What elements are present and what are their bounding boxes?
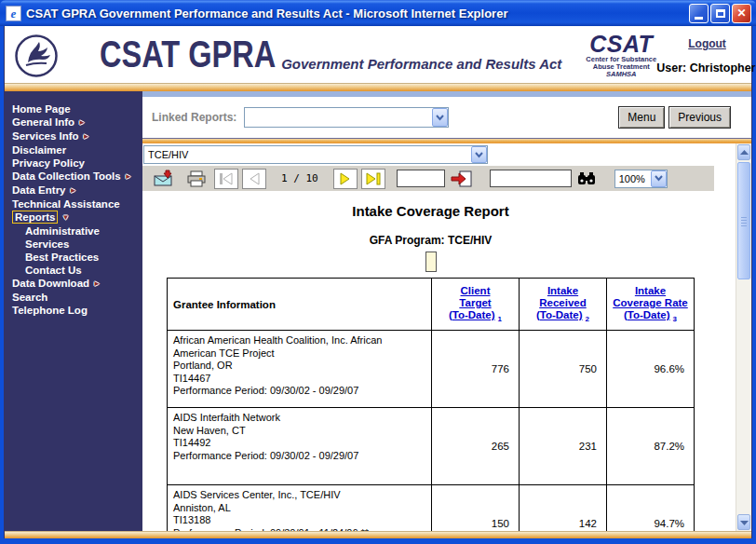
sidebar-item-contact-us[interactable]: Contact Us xyxy=(5,264,142,277)
brand-tagline: Government Performance and Results Act xyxy=(281,56,561,72)
maximize-icon xyxy=(716,9,725,18)
client-target-value: 265 xyxy=(432,408,520,485)
grantee-info-cell: African American Health Coalition, Inc. … xyxy=(168,331,432,408)
goto-page-input[interactable] xyxy=(397,170,445,187)
csat-logo: CSAT Center for Substance Abuse Treatmen… xyxy=(586,32,656,78)
session-info: Logout User: Christopher Shumway xyxy=(656,34,756,75)
vertical-scrollbar[interactable] xyxy=(736,143,751,531)
scrollbar-track[interactable] xyxy=(736,161,751,513)
table-header-row: Grantee Information Client Target (To-Da… xyxy=(168,279,695,331)
internet-explorer-icon: e xyxy=(6,6,21,21)
grantee-info-cell: AIDS Services Center, Inc., TCE/HIV Anni… xyxy=(168,485,432,532)
sidebar-item-privacy-policy[interactable]: Privacy Policy xyxy=(5,156,142,170)
brand-title: CSAT GPRA xyxy=(100,33,276,76)
browser-window: e CSAT GPRA Government Performance and R… xyxy=(0,0,756,544)
export-icon[interactable] xyxy=(154,170,175,187)
print-icon[interactable] xyxy=(186,170,207,187)
logout-link[interactable]: Logout xyxy=(688,37,726,50)
column-header-client-target[interactable]: Client Target (To-Date)1 xyxy=(432,279,520,331)
intake-received-value: 750 xyxy=(520,331,607,408)
report-page: Intake Coverage Report GFA Program: TCE/… xyxy=(167,203,695,531)
chevron-down-icon: ▼ xyxy=(61,213,69,222)
client-target-value: 150 xyxy=(432,485,520,532)
table-row: African American Health Coalition, Inc. … xyxy=(168,331,695,408)
sidebar-item-data-entry[interactable]: Data Entry► xyxy=(5,184,142,197)
hhs-eagle-logo xyxy=(14,34,59,78)
first-page-icon xyxy=(219,172,234,185)
sidebar-item-technical-assistance[interactable]: Technical Assistance xyxy=(5,197,142,211)
scrollbar-thumb[interactable] xyxy=(737,162,750,279)
column-header-grantee: Grantee Information xyxy=(168,279,432,331)
page-content: CSAT GPRA Government Performance and Res… xyxy=(4,26,752,538)
sidebar-item-services-info[interactable]: Services Info► xyxy=(5,129,142,143)
coverage-rate-value: 94.7% xyxy=(607,485,695,532)
gold-divider-bottom xyxy=(5,531,751,538)
first-page-button[interactable] xyxy=(214,169,238,189)
close-icon: ✕ xyxy=(736,7,746,20)
app-header: CSAT GPRA Government Performance and Res… xyxy=(5,26,751,83)
chevron-down-icon[interactable] xyxy=(432,108,448,127)
chevron-down-icon[interactable] xyxy=(651,170,667,187)
chevron-right-icon: ► xyxy=(93,279,101,288)
chevron-down-icon[interactable] xyxy=(471,146,487,163)
sidebar-item-home-page[interactable]: Home Page xyxy=(5,102,142,116)
linked-reports-bar: Linked Reports: Menu Previous xyxy=(142,97,751,138)
sidebar-item-search[interactable]: Search xyxy=(5,291,142,304)
chevron-right-icon: ► xyxy=(83,132,90,141)
chevron-right-icon: ► xyxy=(70,186,77,195)
intake-received-value: 142 xyxy=(520,485,607,532)
coverage-rate-value: 87.2% xyxy=(607,408,695,485)
zoom-select[interactable]: 100% xyxy=(614,170,668,188)
main-area: Linked Reports: Menu Previous TCE/HI xyxy=(142,91,751,531)
minimize-icon xyxy=(695,17,703,20)
page-indicator: 1 / 10 xyxy=(281,172,318,184)
title-bar: e CSAT GPRA Government Performance and R… xyxy=(0,0,756,26)
previous-page-icon xyxy=(248,172,261,185)
previous-page-button[interactable] xyxy=(242,169,266,189)
sidebar-item-best-practices[interactable]: Best Practices xyxy=(5,251,142,264)
chevron-right-icon: ► xyxy=(125,172,132,181)
next-page-icon xyxy=(339,172,352,185)
last-page-icon xyxy=(366,172,381,185)
table-row: AIDS Interfaith Network New Haven, CT TI… xyxy=(168,408,695,485)
find-binoculars-icon[interactable] xyxy=(577,171,596,185)
coverage-rate-value: 96.6% xyxy=(607,331,695,408)
sidebar-item-data-collection-tools[interactable]: Data Collection Tools► xyxy=(5,170,142,184)
table-row: AIDS Services Center, Inc., TCE/HIV Anni… xyxy=(168,485,695,532)
sidebar-item-data-download[interactable]: Data Download► xyxy=(5,277,142,291)
chevron-right-icon: ► xyxy=(78,118,86,127)
scroll-down-icon[interactable] xyxy=(737,514,750,530)
gold-divider-top xyxy=(5,83,751,91)
maximize-button[interactable] xyxy=(710,4,730,23)
grantee-table: Grantee Information Client Target (To-Da… xyxy=(167,278,695,531)
report-title: Intake Coverage Report xyxy=(167,203,695,219)
report-select[interactable]: TCE/HIV xyxy=(143,145,488,164)
sidebar-item-administrative[interactable]: Administrative xyxy=(5,224,142,238)
column-header-coverage-rate[interactable]: Intake Coverage Rate (To-Date)3 xyxy=(607,279,695,331)
scroll-up-icon[interactable] xyxy=(737,144,750,160)
sidebar-item-disclaimer[interactable]: Disclaimer xyxy=(5,143,142,156)
user-label: User: Christopher Shumway xyxy=(656,61,756,75)
menu-button[interactable]: Menu xyxy=(618,106,665,129)
sidebar-item-general-info[interactable]: General Info► xyxy=(5,116,142,129)
close-button[interactable]: ✕ xyxy=(732,4,751,23)
report-viewer: TCE/HIV xyxy=(142,143,736,531)
sidebar-item-reports[interactable]: Reports▼ xyxy=(5,211,142,224)
viewer-toolbar: 1 / 10 xyxy=(142,166,714,191)
linked-reports-select[interactable] xyxy=(244,107,449,128)
linked-reports-label: Linked Reports: xyxy=(152,111,236,124)
gfa-program-label: GFA Program: TCE/HIV xyxy=(167,234,695,247)
last-page-button[interactable] xyxy=(361,169,385,189)
search-input[interactable] xyxy=(490,170,572,187)
sidebar-item-telephone-log[interactable]: Telephone Log xyxy=(5,304,142,317)
column-header-intake-received[interactable]: Intake Received (To-Date)2 xyxy=(520,279,607,331)
goto-page-icon[interactable] xyxy=(451,170,473,187)
previous-button[interactable]: Previous xyxy=(668,106,731,129)
intake-received-value: 231 xyxy=(520,408,607,485)
sidebar-item-services[interactable]: Services xyxy=(5,238,142,251)
sidebar-nav: Home PageGeneral Info►Services Info►Disc… xyxy=(5,91,142,531)
minimize-button[interactable] xyxy=(689,4,709,23)
next-page-button[interactable] xyxy=(333,169,358,189)
client-target-value: 776 xyxy=(432,331,520,408)
image-placeholder xyxy=(425,252,437,272)
